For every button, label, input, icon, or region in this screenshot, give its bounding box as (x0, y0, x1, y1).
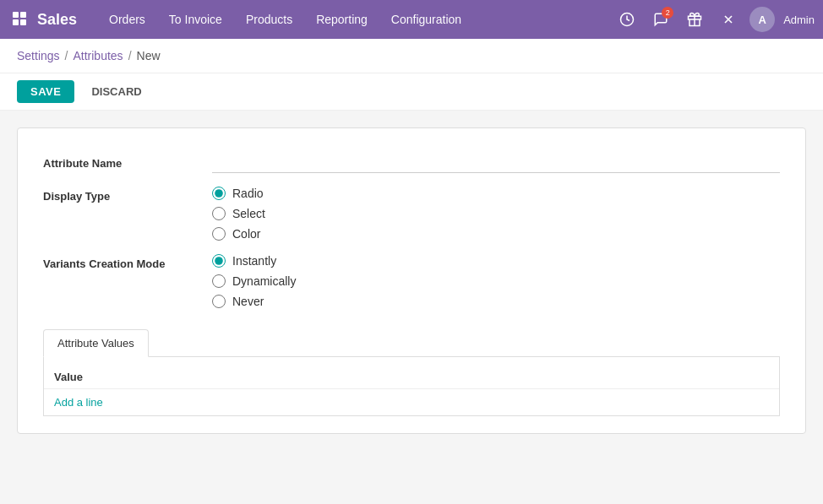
attribute-name-row: Attribute Name (43, 154, 780, 173)
variants-dynamically-label: Dynamically (232, 274, 296, 288)
top-navigation: Sales Orders To Invoice Products Reporti… (0, 0, 823, 39)
display-type-select-input[interactable] (212, 207, 226, 220)
nav-configuration[interactable]: Configuration (381, 8, 471, 31)
close-icon-btn[interactable] (716, 7, 741, 32)
tabs-section: Attribute Values Value Add a line (43, 328, 780, 416)
variants-creation-radio-group: Instantly Dynamically Never (212, 254, 780, 308)
variants-dynamically-radio[interactable]: Dynamically (212, 274, 780, 288)
display-type-radio-group: Radio Select Color (212, 187, 780, 241)
nav-products[interactable]: Products (236, 8, 302, 31)
nav-orders[interactable]: Orders (99, 8, 155, 31)
app-grid-icon[interactable] (8, 8, 32, 31)
display-type-select-label: Select (232, 207, 265, 220)
username-label[interactable]: Admin (783, 14, 815, 26)
breadcrumb-current: New (137, 49, 161, 62)
tabs-bar: Attribute Values (43, 328, 780, 357)
display-type-row: Display Type Radio Select Color (43, 187, 780, 241)
svg-rect-3 (20, 19, 26, 25)
table-column-value: Value (44, 366, 779, 389)
gift-icon-btn[interactable] (682, 7, 707, 32)
variants-creation-label: Variants Creation Mode (43, 254, 212, 270)
display-type-radio-label: Radio (232, 187, 264, 200)
nav-reporting[interactable]: Reporting (306, 8, 378, 31)
attribute-name-input[interactable] (212, 154, 780, 173)
breadcrumb-attributes[interactable]: Attributes (73, 49, 123, 62)
breadcrumb: Settings / Attributes / New (0, 39, 823, 73)
svg-rect-2 (13, 19, 19, 25)
display-type-color-radio[interactable]: Color (212, 227, 780, 241)
display-type-radio-radio[interactable]: Radio (212, 187, 780, 200)
main-content: Attribute Name Display Type Radio Select (0, 111, 823, 451)
tab-attribute-values[interactable]: Attribute Values (43, 329, 149, 357)
nav-to-invoice[interactable]: To Invoice (159, 8, 232, 31)
display-type-color-label: Color (232, 227, 260, 241)
variants-creation-control: Instantly Dynamically Never (212, 254, 780, 308)
variants-never-label: Never (232, 295, 264, 308)
add-line-link[interactable]: Add a line (44, 389, 113, 415)
user-avatar[interactable]: A (749, 7, 775, 32)
variants-never-radio[interactable]: Never (212, 295, 780, 308)
svg-rect-1 (20, 12, 26, 18)
chat-badge: 2 (662, 7, 673, 19)
display-type-radio-input[interactable] (212, 187, 226, 200)
tab-content-attribute-values: Value Add a line (43, 357, 780, 416)
display-type-control: Radio Select Color (212, 187, 780, 241)
action-bar: SAVE DISCARD (0, 73, 823, 111)
nav-menu: Orders To Invoice Products Reporting Con… (99, 8, 609, 31)
variants-dynamically-input[interactable] (212, 274, 226, 288)
variants-never-input[interactable] (212, 295, 226, 308)
svg-rect-0 (13, 12, 19, 18)
save-button[interactable]: SAVE (17, 80, 74, 103)
discard-button[interactable]: DISCARD (83, 80, 150, 103)
topnav-actions: 2 A Admin (614, 7, 815, 32)
variants-instantly-radio[interactable]: Instantly (212, 254, 780, 268)
display-type-select-radio[interactable]: Select (212, 207, 780, 220)
attribute-values-table: Value (44, 366, 779, 389)
form-card: Attribute Name Display Type Radio Select (17, 127, 806, 434)
variants-instantly-input[interactable] (212, 254, 226, 268)
variants-creation-row: Variants Creation Mode Instantly Dynamic… (43, 254, 780, 308)
display-type-color-input[interactable] (212, 227, 226, 241)
breadcrumb-sep-1: / (65, 49, 68, 62)
attribute-name-control (212, 154, 780, 173)
clock-icon-btn[interactable] (614, 7, 640, 32)
breadcrumb-sep-2: / (128, 49, 132, 62)
display-type-label: Display Type (43, 187, 212, 203)
variants-instantly-label: Instantly (232, 254, 276, 268)
chat-icon-btn[interactable]: 2 (648, 7, 673, 32)
attribute-name-label: Attribute Name (43, 154, 212, 170)
breadcrumb-settings[interactable]: Settings (17, 49, 60, 62)
app-title: Sales (37, 11, 77, 29)
